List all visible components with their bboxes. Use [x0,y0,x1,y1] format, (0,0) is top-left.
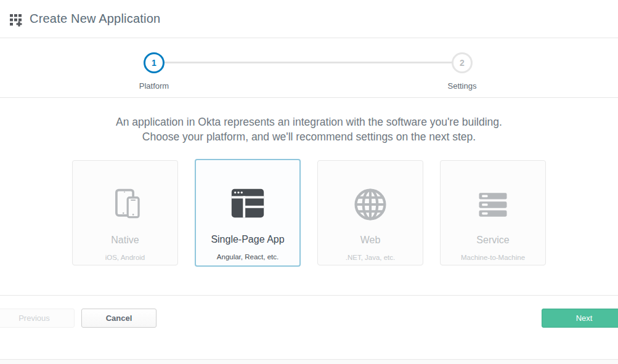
intro-line-1: An application in Okta represents an int… [0,115,618,129]
platform-subtitle: iOS, Android [105,254,145,261]
platform-subtitle: Angular, React, etc. [217,253,279,261]
platform-card-web[interactable]: Web .NET, Java, etc. [317,160,423,265]
step-2-indicator: 2 [452,52,473,73]
browser-window-icon [229,184,267,224]
tablet-phone-icon [107,184,144,225]
platform-subtitle: .NET, Java, etc. [346,254,396,261]
platform-card-row: Native iOS, Android Single-Page App Angu… [0,160,618,267]
platform-card-service[interactable]: Service Machine-to-Machine [440,160,546,265]
intro-line-2: Choose your platform, and we'll recommen… [0,129,618,144]
wizard-stepper: 1 2 Platform Settings [0,38,618,98]
platform-subtitle: Machine-to-Machine [461,254,525,261]
platform-card-single-page-app[interactable]: Single-Page App Angular, React, etc. [195,159,301,267]
page-title: Create New Application [30,12,160,26]
stepper-connector-line [163,62,453,63]
step-1-label: Platform [117,81,191,91]
wizard-footer: Previous Cancel Next [0,295,618,359]
globe-icon [352,184,389,225]
platform-title: Native [111,235,139,246]
dialog-header: Create New Application [0,0,618,38]
platform-title: Service [476,235,509,246]
platform-title: Web [360,235,381,246]
platform-title: Single-Page App [211,234,284,245]
previous-button[interactable]: Previous [0,309,75,328]
apps-grid-plus-icon [9,12,24,26]
cancel-button[interactable]: Cancel [81,309,157,328]
server-stack-icon [474,184,511,225]
page-bottom-divider [0,359,618,364]
step-2-label: Settings [425,81,499,91]
intro-text: An application in Okta represents an int… [0,115,618,144]
next-button[interactable]: Next [542,309,618,328]
platform-card-native[interactable]: Native iOS, Android [72,160,178,265]
step-1-indicator: 1 [144,52,165,73]
